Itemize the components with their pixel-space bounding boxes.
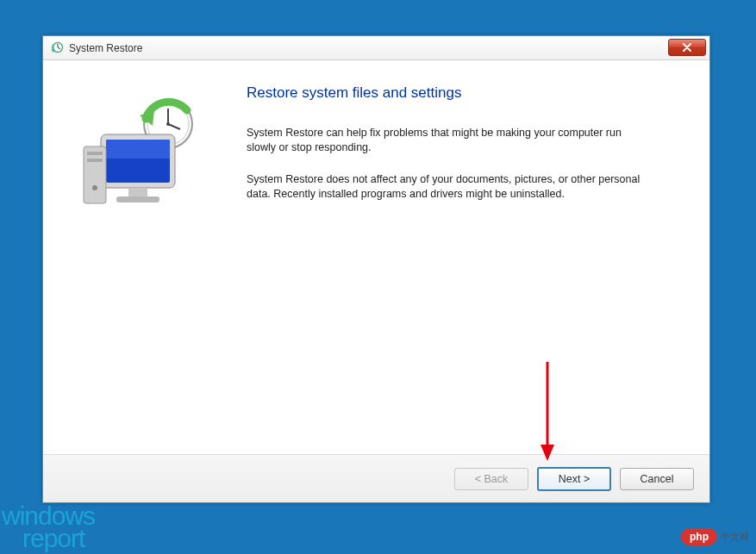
system-restore-window: System Restore xyxy=(42,35,710,503)
php-badge: php xyxy=(681,528,717,545)
windowsreport-watermark: windows report xyxy=(2,505,95,549)
intro-paragraph-1: System Restore can help fix problems tha… xyxy=(247,126,652,155)
cancel-button[interactable]: Cancel xyxy=(620,468,694,490)
system-restore-icon xyxy=(50,41,64,55)
next-button[interactable]: Next > xyxy=(537,467,611,491)
system-restore-illustration xyxy=(75,93,213,231)
svg-point-5 xyxy=(166,122,170,126)
svg-rect-13 xyxy=(87,152,103,155)
intro-paragraph-2: System Restore does not affect any of yo… xyxy=(247,172,652,202)
close-icon xyxy=(682,43,692,52)
svg-rect-11 xyxy=(116,196,159,202)
wizard-button-row: < Back Next > Cancel xyxy=(43,454,709,502)
php-text: 中文网 xyxy=(721,531,749,544)
page-heading: Restore system files and settings xyxy=(247,84,685,102)
svg-rect-9 xyxy=(106,140,170,159)
content-area: Restore system files and settings System… xyxy=(43,60,709,454)
titlebar: System Restore xyxy=(43,36,709,60)
svg-rect-10 xyxy=(128,188,147,196)
watermark-line2: report xyxy=(2,527,95,550)
svg-rect-14 xyxy=(87,159,103,162)
svg-point-15 xyxy=(92,185,97,190)
wizard-image-pane xyxy=(43,60,245,454)
close-button[interactable] xyxy=(668,39,706,56)
back-button: < Back xyxy=(454,468,528,490)
php-watermark: php 中文网 xyxy=(681,528,749,545)
window-title: System Restore xyxy=(69,42,142,54)
wizard-text-pane: Restore system files and settings System… xyxy=(245,60,709,454)
